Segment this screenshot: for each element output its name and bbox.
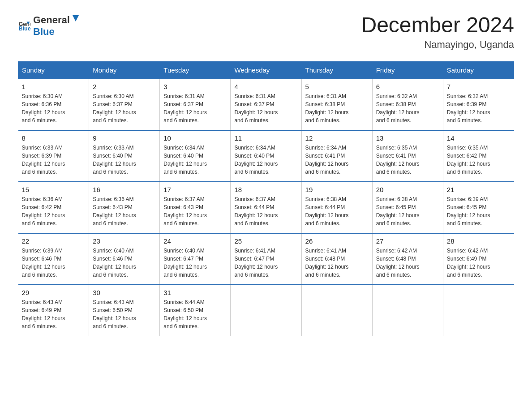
day-info: Sunrise: 6:31 AMSunset: 6:38 PMDaylight:… xyxy=(305,92,369,124)
day-number: 29 xyxy=(22,289,86,296)
day-info: Sunrise: 6:33 AMSunset: 6:40 PMDaylight:… xyxy=(93,144,156,176)
week-row-5: 29 Sunrise: 6:43 AMSunset: 6:49 PMDaylig… xyxy=(18,285,514,336)
page-header: General Blue General Blue December 2024 … xyxy=(18,13,514,51)
day-info: Sunrise: 6:34 AMSunset: 6:40 PMDaylight:… xyxy=(163,144,227,176)
day-cell: 9 Sunrise: 6:33 AMSunset: 6:40 PMDayligh… xyxy=(89,130,160,182)
svg-marker-3 xyxy=(73,15,79,21)
logo-triangle-icon xyxy=(71,13,81,23)
day-cell: 5 Sunrise: 6:31 AMSunset: 6:38 PMDayligh… xyxy=(301,79,372,130)
day-info: Sunrise: 6:43 AMSunset: 6:49 PMDaylight:… xyxy=(22,298,86,330)
day-number: 14 xyxy=(447,134,511,142)
day-info: Sunrise: 6:44 AMSunset: 6:50 PMDaylight:… xyxy=(163,298,227,330)
day-cell: 13 Sunrise: 6:35 AMSunset: 6:41 PMDaylig… xyxy=(372,130,443,182)
day-info: Sunrise: 6:32 AMSunset: 6:38 PMDaylight:… xyxy=(376,92,439,124)
day-cell: 28 Sunrise: 6:42 AMSunset: 6:49 PMDaylig… xyxy=(443,233,514,285)
day-info: Sunrise: 6:43 AMSunset: 6:50 PMDaylight:… xyxy=(93,298,156,330)
day-number: 7 xyxy=(447,83,511,90)
day-info: Sunrise: 6:30 AMSunset: 6:36 PMDaylight:… xyxy=(22,92,86,124)
header-row: SundayMondayTuesdayWednesdayThursdayFrid… xyxy=(18,61,514,79)
day-number: 11 xyxy=(234,134,297,142)
day-number: 1 xyxy=(22,83,86,90)
day-number: 27 xyxy=(376,237,439,245)
day-number: 28 xyxy=(447,237,511,245)
logo-blue-text: Blue xyxy=(33,26,55,37)
day-info: Sunrise: 6:39 AMSunset: 6:46 PMDaylight:… xyxy=(22,247,86,279)
day-info: Sunrise: 6:41 AMSunset: 6:48 PMDaylight:… xyxy=(305,247,369,279)
day-cell: 29 Sunrise: 6:43 AMSunset: 6:49 PMDaylig… xyxy=(18,285,89,336)
day-info: Sunrise: 6:35 AMSunset: 6:42 PMDaylight:… xyxy=(447,144,511,176)
day-number: 25 xyxy=(234,237,297,245)
week-row-1: 1 Sunrise: 6:30 AMSunset: 6:36 PMDayligh… xyxy=(18,79,514,130)
logo: General Blue General Blue xyxy=(18,13,82,38)
day-cell: 14 Sunrise: 6:35 AMSunset: 6:42 PMDaylig… xyxy=(443,130,514,182)
day-cell xyxy=(443,285,514,336)
day-number: 31 xyxy=(163,289,227,296)
day-cell: 6 Sunrise: 6:32 AMSunset: 6:38 PMDayligh… xyxy=(372,79,443,130)
day-cell xyxy=(301,285,372,336)
day-cell xyxy=(231,285,301,336)
logo-icon: General Blue xyxy=(18,19,30,32)
calendar-header: SundayMondayTuesdayWednesdayThursdayFrid… xyxy=(18,61,514,79)
header-thursday: Thursday xyxy=(301,61,372,79)
day-number: 17 xyxy=(163,186,227,193)
day-number: 5 xyxy=(305,83,369,90)
calendar-table: SundayMondayTuesdayWednesdayThursdayFrid… xyxy=(18,61,514,336)
day-number: 3 xyxy=(163,83,227,90)
day-cell: 16 Sunrise: 6:36 AMSunset: 6:43 PMDaylig… xyxy=(89,182,160,233)
day-cell: 15 Sunrise: 6:36 AMSunset: 6:42 PMDaylig… xyxy=(18,182,89,233)
day-info: Sunrise: 6:38 AMSunset: 6:45 PMDaylight:… xyxy=(376,195,439,227)
header-monday: Monday xyxy=(89,61,160,79)
week-row-2: 8 Sunrise: 6:33 AMSunset: 6:39 PMDayligh… xyxy=(18,130,514,182)
day-number: 9 xyxy=(93,134,156,142)
day-cell xyxy=(372,285,443,336)
day-info: Sunrise: 6:42 AMSunset: 6:48 PMDaylight:… xyxy=(376,247,439,279)
day-info: Sunrise: 6:33 AMSunset: 6:39 PMDaylight:… xyxy=(22,144,86,176)
day-info: Sunrise: 6:36 AMSunset: 6:42 PMDaylight:… xyxy=(22,195,86,227)
day-cell: 22 Sunrise: 6:39 AMSunset: 6:46 PMDaylig… xyxy=(18,233,89,285)
day-cell: 24 Sunrise: 6:40 AMSunset: 6:47 PMDaylig… xyxy=(160,233,231,285)
header-wednesday: Wednesday xyxy=(231,61,301,79)
day-info: Sunrise: 6:40 AMSunset: 6:47 PMDaylight:… xyxy=(163,247,227,279)
week-row-3: 15 Sunrise: 6:36 AMSunset: 6:42 PMDaylig… xyxy=(18,182,514,233)
day-number: 2 xyxy=(93,83,156,90)
day-cell: 8 Sunrise: 6:33 AMSunset: 6:39 PMDayligh… xyxy=(18,130,89,182)
day-cell: 12 Sunrise: 6:34 AMSunset: 6:41 PMDaylig… xyxy=(301,130,372,182)
day-info: Sunrise: 6:32 AMSunset: 6:39 PMDaylight:… xyxy=(447,92,511,124)
svg-text:Blue: Blue xyxy=(18,26,30,32)
day-info: Sunrise: 6:36 AMSunset: 6:43 PMDaylight:… xyxy=(93,195,156,227)
day-info: Sunrise: 6:31 AMSunset: 6:37 PMDaylight:… xyxy=(234,92,297,124)
day-info: Sunrise: 6:35 AMSunset: 6:41 PMDaylight:… xyxy=(376,144,439,176)
day-info: Sunrise: 6:34 AMSunset: 6:41 PMDaylight:… xyxy=(305,144,369,176)
day-info: Sunrise: 6:31 AMSunset: 6:37 PMDaylight:… xyxy=(163,92,227,124)
calendar-body: 1 Sunrise: 6:30 AMSunset: 6:36 PMDayligh… xyxy=(18,79,514,336)
day-number: 18 xyxy=(234,186,297,193)
header-saturday: Saturday xyxy=(443,61,514,79)
day-cell: 10 Sunrise: 6:34 AMSunset: 6:40 PMDaylig… xyxy=(160,130,231,182)
day-cell: 18 Sunrise: 6:37 AMSunset: 6:44 PMDaylig… xyxy=(231,182,301,233)
day-cell: 1 Sunrise: 6:30 AMSunset: 6:36 PMDayligh… xyxy=(18,79,89,130)
day-cell: 25 Sunrise: 6:41 AMSunset: 6:47 PMDaylig… xyxy=(231,233,301,285)
day-info: Sunrise: 6:42 AMSunset: 6:49 PMDaylight:… xyxy=(447,247,511,279)
day-number: 24 xyxy=(163,237,227,245)
day-number: 13 xyxy=(376,134,439,142)
day-info: Sunrise: 6:37 AMSunset: 6:44 PMDaylight:… xyxy=(234,195,297,227)
day-number: 21 xyxy=(447,186,511,193)
day-number: 23 xyxy=(93,237,156,245)
day-number: 26 xyxy=(305,237,369,245)
day-number: 16 xyxy=(93,186,156,193)
day-cell: 23 Sunrise: 6:40 AMSunset: 6:46 PMDaylig… xyxy=(89,233,160,285)
day-info: Sunrise: 6:37 AMSunset: 6:43 PMDaylight:… xyxy=(163,195,227,227)
day-number: 20 xyxy=(376,186,439,193)
day-cell: 11 Sunrise: 6:34 AMSunset: 6:40 PMDaylig… xyxy=(231,130,301,182)
day-number: 4 xyxy=(234,83,297,90)
day-number: 22 xyxy=(22,237,86,245)
day-cell: 26 Sunrise: 6:41 AMSunset: 6:48 PMDaylig… xyxy=(301,233,372,285)
day-cell: 17 Sunrise: 6:37 AMSunset: 6:43 PMDaylig… xyxy=(160,182,231,233)
day-cell: 4 Sunrise: 6:31 AMSunset: 6:37 PMDayligh… xyxy=(231,79,301,130)
day-number: 19 xyxy=(305,186,369,193)
day-info: Sunrise: 6:39 AMSunset: 6:45 PMDaylight:… xyxy=(447,195,511,227)
day-cell: 2 Sunrise: 6:30 AMSunset: 6:37 PMDayligh… xyxy=(89,79,160,130)
day-cell: 31 Sunrise: 6:44 AMSunset: 6:50 PMDaylig… xyxy=(160,285,231,336)
title-block: December 2024 Namayingo, Uganda xyxy=(361,13,514,51)
day-cell: 19 Sunrise: 6:38 AMSunset: 6:44 PMDaylig… xyxy=(301,182,372,233)
